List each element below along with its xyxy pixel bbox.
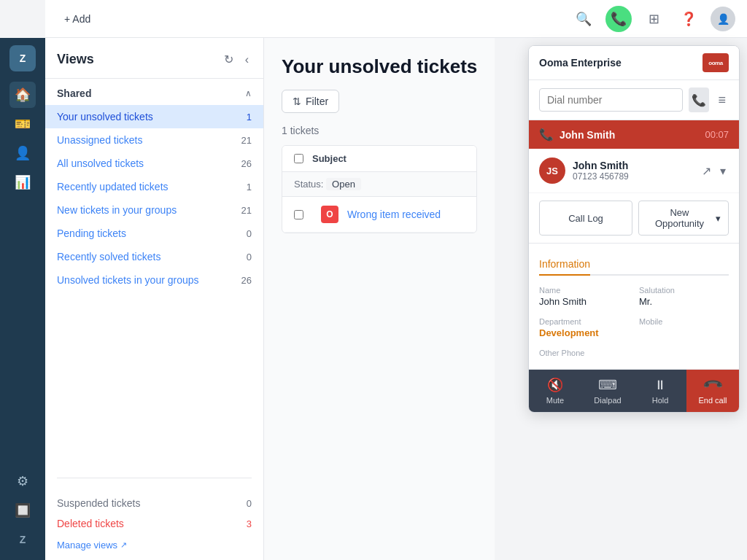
shared-label: Shared — [57, 88, 91, 99]
ooma-info-tabs: Information — [539, 254, 729, 276]
sidebar-item-tickets[interactable]: 🎫 — [9, 111, 36, 137]
external-link-icon: ↗ — [120, 540, 127, 550]
footer-label: Deleted tickets — [57, 518, 124, 529]
active-call-name: John Smith — [560, 129, 615, 141]
search-button[interactable]: 🔍 — [570, 6, 597, 32]
dialpad-button[interactable]: ⌨ Dialpad — [581, 370, 634, 412]
status-badge: Open — [326, 178, 361, 190]
contact-info: John Smith 07123 456789 — [573, 160, 629, 182]
search-icon: 🔍 — [576, 11, 592, 27]
avatar-initials: JS — [546, 166, 558, 176]
select-all-checkbox[interactable] — [294, 154, 303, 163]
ooma-logo-text: ooma — [708, 60, 722, 66]
views-actions: ↻ ‹ — [221, 50, 252, 69]
view-item-all-unsolved[interactable]: All unsolved tickets 26 — [45, 152, 263, 175]
ooma-menu-button[interactable]: ≡ — [715, 90, 729, 111]
tickets-count: 1 tickets — [282, 125, 477, 136]
user-avatar[interactable]: 👤 — [711, 7, 735, 31]
end-call-button[interactable]: 📞 End call — [686, 370, 739, 412]
top-bar-right: 🔍 📞 ⊞ ❓ 👤 — [570, 6, 735, 32]
row-checkbox[interactable] — [294, 210, 303, 219]
contact-dropdown-button[interactable]: ▾ — [717, 161, 729, 181]
ticket-type-icon: O — [321, 206, 338, 223]
views-header: Views ↻ ‹ — [45, 38, 263, 79]
refresh-button[interactable]: ↻ — [221, 50, 236, 69]
field-department-label: Department — [539, 317, 629, 326]
view-item-label: Pending tickets — [57, 228, 126, 239]
view-item-pending[interactable]: Pending tickets 0 — [45, 222, 263, 245]
hold-label: Hold — [652, 396, 669, 405]
view-item-recently-solved[interactable]: Recently solved tickets 0 — [45, 245, 263, 268]
shared-header[interactable]: Shared ∧ — [45, 79, 263, 105]
active-call-left: 📞 John Smith — [539, 128, 615, 141]
help-icon: ❓ — [681, 11, 697, 27]
manage-views-link[interactable]: Manage views ↗ — [57, 540, 127, 551]
status-row: Status: Open — [282, 172, 476, 197]
field-name: Name John Smith — [539, 286, 629, 307]
contact-left: JS John Smith 07123 456789 — [539, 158, 629, 184]
status-label: Status: — [294, 179, 326, 190]
apps-button[interactable]: ⊞ — [640, 6, 667, 32]
sidebar-item-reports[interactable]: 📊 — [9, 169, 36, 195]
view-item-count: 26 — [241, 158, 252, 169]
field-department-value: Development — [539, 327, 629, 338]
add-button[interactable]: + Add — [57, 9, 98, 29]
ooma-action-row: Call Log New Opportunity ▾ — [529, 193, 739, 244]
view-item-new-groups[interactable]: New tickets in your groups 21 — [45, 198, 263, 222]
filter-label: Filter — [306, 96, 328, 107]
collapse-button[interactable]: ‹ — [242, 50, 252, 69]
ooma-panel: Ooma Enterprise ooma 📞 ≡ 📞 John Smith 00… — [528, 45, 740, 413]
open-contact-button[interactable]: ↗ — [699, 161, 714, 181]
ooma-logo: ooma — [703, 53, 729, 72]
help-button[interactable]: ❓ — [676, 6, 702, 32]
ooma-bottom-controls: 🔇 Mute ⌨ Dialpad ⏸ Hold 📞 End call — [529, 369, 739, 412]
subject-column-header: Subject — [312, 153, 347, 164]
view-item-label: New tickets in your groups — [57, 204, 177, 216]
ooma-info-grid: Name John Smith Salutation Mr. Departmen… — [539, 286, 729, 359]
dial-number-input[interactable] — [539, 88, 683, 112]
view-item-your-unsolved[interactable]: Your unsolved tickets 1 — [45, 105, 263, 128]
footer-count: 0 — [247, 498, 252, 509]
footer-item-suspended[interactable]: Suspended tickets 0 — [57, 493, 252, 513]
view-item-label: Recently solved tickets — [57, 251, 160, 262]
view-item-label: Your unsolved tickets — [57, 111, 153, 122]
top-bar-left: + Add — [57, 9, 98, 29]
field-salutation-label: Salutation — [639, 286, 729, 295]
view-item-count: 1 — [247, 182, 252, 192]
phone-icon: 📞 — [611, 11, 627, 27]
sidebar-item-home[interactable]: 🏠 — [9, 82, 36, 108]
active-call-icon: 📞 — [539, 128, 554, 141]
views-footer: Suspended tickets 0 Deleted tickets 3 Ma… — [45, 484, 263, 560]
call-log-button[interactable]: Call Log — [539, 201, 632, 236]
sidebar-item-settings[interactable]: ⚙ — [9, 468, 36, 494]
new-opportunity-button[interactable]: New Opportunity ▾ — [638, 201, 729, 236]
page-body: Z 🏠 🎫 👤 📊 ⚙ 🔲 Z Views ↻ ‹ Shared ∧ Your … — [0, 38, 495, 560]
field-mobile: Mobile — [639, 317, 729, 338]
sidebar-item-apps[interactable]: 🔲 — [9, 497, 36, 524]
view-item-count: 21 — [241, 205, 252, 216]
view-item-count: 0 — [247, 252, 252, 262]
logo: Z — [9, 45, 36, 71]
contact-avatar: JS — [539, 158, 565, 184]
filter-button[interactable]: ⇅ Filter — [282, 90, 339, 113]
manage-views-label: Manage views — [57, 540, 117, 551]
tab-information[interactable]: Information — [539, 254, 590, 276]
view-item-recently-updated[interactable]: Recently updated tickets 1 — [45, 175, 263, 198]
views-panel: Views ↻ ‹ Shared ∧ Your unsolved tickets… — [45, 38, 264, 560]
ooma-header: Ooma Enterprise ooma — [529, 46, 739, 80]
hold-button[interactable]: ⏸ Hold — [634, 370, 686, 412]
phone-button[interactable]: 📞 — [605, 6, 632, 32]
footer-label: Suspended tickets — [57, 497, 140, 509]
view-item-label: Unsolved tickets in your groups — [57, 274, 199, 286]
view-item-unsolved-groups[interactable]: Unsolved tickets in your groups 26 — [45, 268, 263, 292]
sidebar-item-contacts[interactable]: 👤 — [9, 140, 36, 166]
footer-item-deleted[interactable]: Deleted tickets 3 — [57, 513, 252, 534]
mute-button[interactable]: 🔇 Mute — [529, 370, 581, 412]
ooma-contact-row: JS John Smith 07123 456789 ↗ ▾ — [529, 149, 739, 193]
sidebar-item-zendesk[interactable]: Z — [9, 526, 36, 553]
table-row[interactable]: O Wrong item received — [282, 197, 476, 233]
view-item-count: 0 — [247, 228, 252, 239]
active-call-timer: 00:07 — [705, 129, 729, 140]
dial-call-button[interactable]: 📞 — [689, 88, 709, 112]
view-item-unassigned[interactable]: Unassigned tickets 21 — [45, 128, 263, 152]
